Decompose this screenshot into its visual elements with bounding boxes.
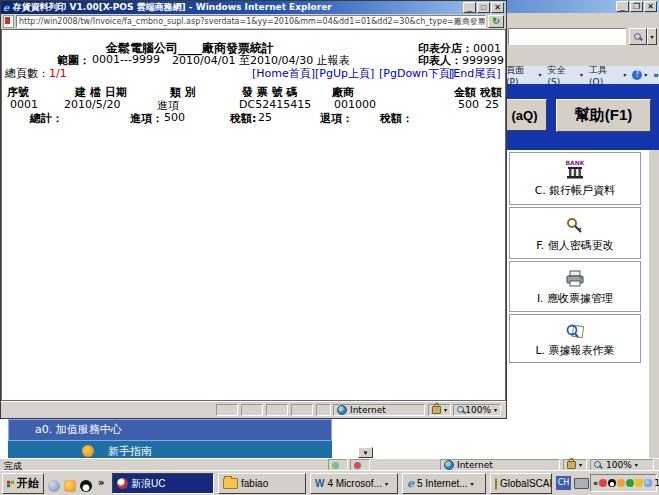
menu-item-newbie-guide[interactable]: 新手指南 (8, 441, 332, 458)
status-seg (241, 404, 263, 416)
address-input[interactable]: http://win2008/tw/Invoice/fa_cmbno_supl.… (16, 15, 486, 28)
menu-item-label: I. 應收票據管理 (537, 291, 613, 306)
key-icon (564, 214, 586, 236)
globalscape-icon (495, 478, 497, 490)
popup-protected-mode[interactable]: ▾ (428, 404, 451, 416)
help-menu[interactable]: ?▾ (632, 70, 647, 80)
nav-home-link[interactable]: [Home首頁] (252, 66, 315, 81)
quicklaunch-icon-3[interactable] (80, 477, 92, 495)
popup-titlebar[interactable]: e 存貨資料列印 V1.00[X-POS 雲端商務網] - Windows In… (1, 1, 506, 14)
printer-tray-icon[interactable] (574, 478, 589, 489)
task-button-globalscape[interactable]: GlobalSCAPE... (490, 473, 552, 494)
menu-item-note-reports[interactable]: L. 票據報表作業 (509, 314, 641, 363)
refresh-button[interactable]: ↻ (488, 15, 504, 28)
popup-zoom-control[interactable]: 100%▾ (453, 404, 501, 416)
nav-pgdown-link[interactable]: [PgDown下頁] (379, 66, 454, 81)
cell-tax: 25 (485, 98, 499, 111)
range-value: 0001---9999 (92, 53, 160, 66)
summary-purchase-value: 500 (164, 111, 185, 124)
scroll-down-button[interactable]: ▼ (358, 447, 373, 458)
status-icon (332, 462, 339, 469)
cell-vendor: 001000 (334, 98, 376, 111)
tray-overflow-chevron[interactable]: « (593, 479, 598, 488)
tray-qq-user-icon[interactable] (599, 479, 607, 487)
nav-end-link[interactable]: [End尾頁] (449, 66, 501, 81)
popup-zone-indicator: Internet (333, 404, 425, 416)
menu-item-label: C. 銀行帳戶資料 (535, 183, 616, 198)
folder-icon (223, 478, 238, 489)
system-tray: « 11:59 (590, 474, 657, 492)
search-dropdown-button[interactable]: ▾ (647, 28, 657, 45)
summary-total-label: 總計： (30, 111, 63, 126)
sina-uc-icon (117, 478, 128, 489)
quicklaunch-icon-2[interactable] (64, 477, 76, 495)
pages-label: 總頁數： (5, 67, 49, 80)
popup-addressbar: http://win2008/tw/Invoice/fa_cmbno_supl.… (1, 14, 506, 29)
guide-icon (82, 445, 94, 457)
help-icon: ? (632, 70, 642, 80)
chevron-down-icon: ▾ (579, 462, 582, 468)
cell-seq: 0001 (10, 98, 38, 111)
status-seg (216, 404, 238, 416)
quicklaunch-overflow-chevron[interactable]: » (98, 477, 104, 488)
bg-minimize-button[interactable]: _ (616, 1, 629, 12)
taskbar: 开始 » 新浪UC fabiao W 4 Microsof... ▾ e 5 I… (0, 470, 659, 495)
tray-messenger-icon[interactable] (644, 479, 652, 487)
status-seg (266, 404, 288, 416)
qq-icon (80, 480, 92, 492)
menu-item-label: F. 個人密碼更改 (536, 238, 614, 253)
nav-pgup-link[interactable]: [PgUp上頁] (315, 66, 374, 81)
status-seg (291, 404, 313, 416)
menu-item-a0-services[interactable]: a0. 加值服務中心 (8, 419, 332, 441)
lock-icon (567, 461, 576, 469)
help-f1-button[interactable]: 幫助(F1) (556, 99, 651, 132)
app-icon (64, 480, 76, 492)
bg-scrollbar[interactable] (648, 150, 659, 458)
popup-close-button[interactable]: ✕ (491, 2, 504, 13)
command-overflow-chevron[interactable]: » (653, 70, 659, 80)
tray-shield-icon[interactable] (635, 479, 643, 487)
printer-icon (564, 267, 586, 289)
page-icon (3, 15, 14, 28)
cell-amount: 500 (458, 98, 479, 111)
tray-flame-icon[interactable] (617, 479, 625, 487)
language-indicator[interactable]: CH (556, 476, 571, 490)
popup-minimize-button[interactable]: _ (463, 2, 476, 13)
desktop: _ ❐ ✕ ▾ 頁面(P)▾ 安全(S)▾ 工具(O)▾ ?▾ » (aQ) 幫… (0, 0, 659, 495)
page-icon-glyph (5, 17, 10, 24)
report-content: 金鬆電腦公司____廠商發票統計 印表分店：0001 範圍： 0001---99… (1, 29, 506, 401)
chevron-down-icon: ▾ (494, 407, 497, 413)
pages-value: 1/1 (49, 67, 67, 80)
tray-media-icon[interactable] (626, 479, 634, 487)
start-button[interactable]: 开始 (2, 473, 44, 494)
menu-item-receivable-notes[interactable]: I. 應收票據管理 (509, 261, 641, 312)
menu-item-password-change[interactable]: F. 個人密碼更改 (509, 207, 641, 259)
bg-close-button[interactable]: ✕ (644, 1, 657, 12)
quicklaunch-icon-1[interactable] (48, 477, 60, 495)
task-button-sinauc[interactable]: 新浪UC (112, 473, 214, 494)
chevron-down-icon: ▾ (623, 72, 626, 78)
task-button-fabiao[interactable]: fabiao (218, 473, 306, 494)
search-input[interactable] (508, 28, 626, 45)
chevron-down-icon: ▾ (538, 72, 541, 78)
blocked-icon (354, 462, 361, 469)
search-button[interactable] (629, 28, 647, 45)
task-button-ie-group[interactable]: e 5 Internet... ▾ (402, 473, 486, 494)
cell-date: 2010/5/20 (64, 98, 120, 111)
aq-button[interactable]: (aQ) (502, 99, 547, 131)
tray-qq-penguin-icon[interactable] (608, 479, 616, 487)
chevron-down-icon: ▾ (444, 407, 447, 413)
ie-icon: e (3, 3, 9, 13)
menu-item-bank-accounts[interactable]: BANK C. 銀行帳戶資料 (509, 152, 641, 205)
windows-logo-icon (7, 479, 14, 489)
popup-title: 存貨資料列印 V1.00[X-POS 雲端商務網] - Windows Inte… (12, 1, 460, 14)
chevron-down-icon: ▾ (644, 72, 647, 78)
bg-restore-button[interactable]: ❐ (630, 1, 643, 12)
popup-maximize-button[interactable]: □ (477, 2, 490, 13)
task-button-word-group[interactable]: W 4 Microsof... ▾ (310, 473, 398, 494)
lock-icon (432, 406, 441, 414)
svg-text:BANK: BANK (566, 159, 585, 166)
status-seg (316, 404, 331, 416)
popup-window: e 存貨資料列印 V1.00[X-POS 雲端商務網] - Windows In… (0, 0, 507, 419)
globe-icon (444, 460, 454, 470)
